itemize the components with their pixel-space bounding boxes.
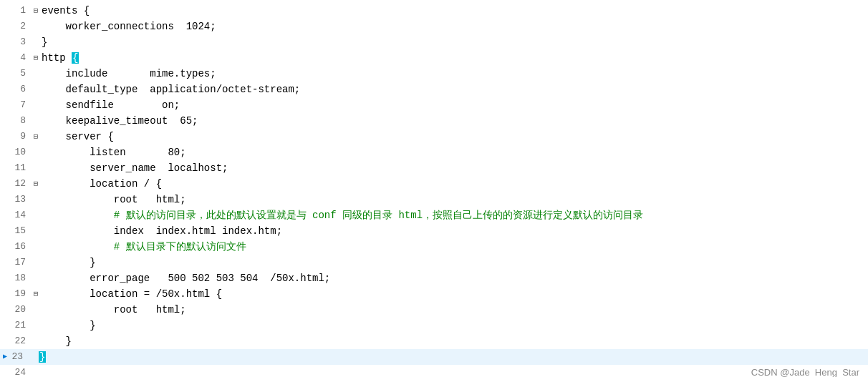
- code-line: 22 }: [0, 333, 868, 349]
- line-number: 4: [11, 50, 32, 66]
- line-number: 19: [11, 286, 32, 302]
- code-content: }: [42, 34, 865, 50]
- code-line: 18 error_page 500 502 503 504 /50x.html;: [0, 270, 868, 286]
- line-number: 2: [11, 19, 32, 34]
- code-content: location = /50x.html {: [42, 286, 865, 302]
- code-editor: 1⊟events {2 worker_connections 1024;3}4⊟…: [0, 0, 868, 377]
- line-number: 22: [11, 333, 32, 349]
- code-content: # 默认的访问目录，此处的默认设置就是与 conf 同级的目录 html，按照自…: [42, 207, 865, 223]
- code-line: 2 worker_connections 1024;: [0, 19, 868, 34]
- line-number: 10: [11, 145, 32, 160]
- code-content: events {: [42, 3, 865, 19]
- code-line: 1⊟events {: [0, 3, 868, 19]
- code-content: index index.html index.htm;: [42, 223, 865, 239]
- fold-button[interactable]: ⊟: [32, 50, 42, 66]
- code-content: keepalive_timeout 65;: [42, 113, 865, 129]
- line-number: 13: [11, 192, 32, 207]
- line-number: 17: [11, 255, 32, 270]
- line-number: 11: [11, 160, 32, 176]
- code-content: }: [42, 255, 865, 270]
- code-content: error_page 500 502 503 504 /50x.html;: [42, 270, 865, 286]
- code-line: 9⊟ server {: [0, 129, 868, 145]
- code-content: root html;: [42, 192, 865, 207]
- line-number: 1: [11, 3, 32, 19]
- code-content: }: [39, 349, 865, 365]
- fold-button[interactable]: ⊟: [32, 286, 42, 302]
- code-content: default_type application/octet-stream;: [42, 82, 865, 97]
- fold-button[interactable]: ⊟: [32, 129, 42, 145]
- line-number: 6: [11, 82, 32, 97]
- code-line: 14 # 默认的访问目录，此处的默认设置就是与 conf 同级的目录 html，…: [0, 207, 868, 223]
- code-content: http {: [42, 50, 865, 66]
- code-line: 13 root html;: [0, 192, 868, 207]
- code-line: 10 listen 80;: [0, 145, 868, 160]
- code-content: include mime.types;: [42, 66, 865, 82]
- code-content: sendfile on;: [42, 97, 865, 113]
- code-content: }: [42, 318, 865, 333]
- code-line: 12⊟ location / {: [0, 176, 868, 192]
- code-line: 20 root html;: [0, 302, 868, 318]
- line-number: 20: [11, 302, 32, 318]
- code-line: 6 default_type application/octet-stream;: [0, 82, 868, 97]
- code-content: # 默认目录下的默认访问文件: [42, 239, 865, 255]
- line-number: 16: [11, 239, 32, 255]
- code-line: 5 include mime.types;: [0, 66, 868, 82]
- code-line: 24: [0, 365, 868, 377]
- fold-button[interactable]: ⊟: [32, 3, 42, 19]
- code-line: 21 }: [0, 318, 868, 333]
- line-number: 7: [11, 97, 32, 113]
- line-number: 9: [11, 129, 32, 145]
- code-line: 16 # 默认目录下的默认访问文件: [0, 239, 868, 255]
- code-content: root html;: [42, 302, 865, 318]
- line-number: 8: [11, 113, 32, 129]
- code-line: ▶23}: [0, 349, 868, 365]
- code-content: }: [42, 333, 865, 349]
- code-line: 4⊟http {: [0, 50, 868, 66]
- line-number: 12: [11, 176, 32, 192]
- line-number: 23: [9, 349, 29, 365]
- code-line: 11 server_name localhost;: [0, 160, 868, 176]
- code-line: 19⊟ location = /50x.html {: [0, 286, 868, 302]
- line-number: 5: [11, 66, 32, 82]
- line-number: 14: [11, 207, 32, 223]
- line-number: 21: [11, 318, 32, 333]
- line-number: 15: [11, 223, 32, 239]
- fold-button[interactable]: ⊟: [32, 176, 42, 192]
- code-line: 15 index index.html index.htm;: [0, 223, 868, 239]
- code-content: worker_connections 1024;: [42, 19, 865, 34]
- code-content: listen 80;: [42, 145, 865, 160]
- watermark: CSDN @Jade_Heng_Star: [751, 367, 859, 377]
- code-line: 3}: [0, 34, 868, 50]
- code-line: 17 }: [0, 255, 868, 270]
- line-number: 3: [11, 34, 32, 50]
- code-content: location / {: [42, 176, 865, 192]
- code-line: 7 sendfile on;: [0, 97, 868, 113]
- line-number: 18: [11, 270, 32, 286]
- line-number: 24: [11, 365, 32, 377]
- code-content: server {: [42, 129, 865, 145]
- code-content: server_name localhost;: [42, 160, 865, 176]
- code-line: 8 keepalive_timeout 65;: [0, 113, 868, 129]
